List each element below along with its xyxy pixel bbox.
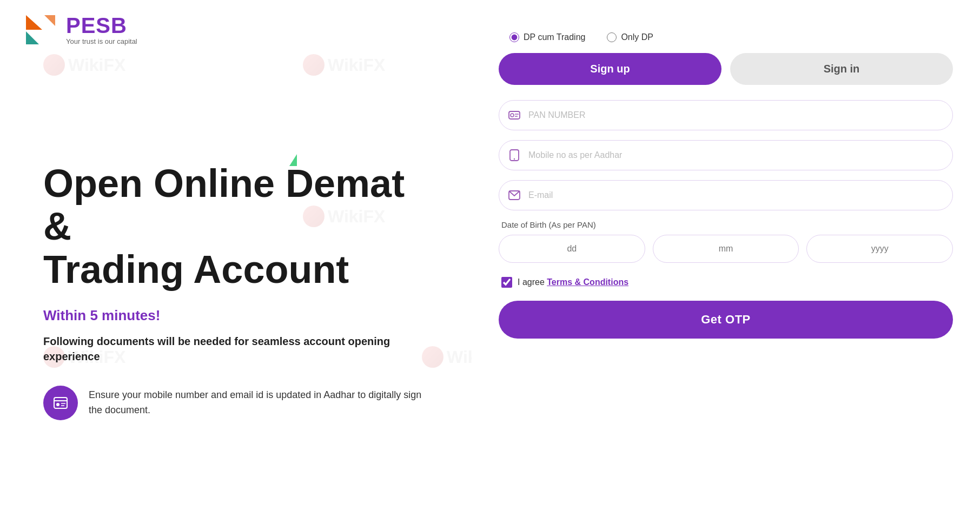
hero-title: Open Online Demat & Trading Account xyxy=(43,162,427,291)
radio-only-dp-label: Only DP xyxy=(621,32,653,42)
right-panel: DP cum Trading Only DP Sign up Sign in xyxy=(472,0,980,523)
dob-yyyy-input[interactable] xyxy=(806,235,953,263)
left-panel: Open Online Demat & Trading Account With… xyxy=(0,59,471,523)
radio-group: DP cum Trading Only DP xyxy=(499,32,653,42)
aadhar-icon xyxy=(43,386,78,420)
get-otp-button[interactable]: Get OTP xyxy=(499,301,953,339)
signup-tab[interactable]: Sign up xyxy=(499,53,721,85)
mobile-input[interactable] xyxy=(499,140,953,170)
agree-text: I agree Terms & Conditions xyxy=(518,277,628,287)
logo-container: PESB Your trust is our capital xyxy=(22,11,137,49)
svg-marker-0 xyxy=(26,15,42,30)
svg-rect-3 xyxy=(54,398,67,408)
mobile-field-group xyxy=(499,140,953,170)
docs-text: Following documents will be needed for s… xyxy=(43,334,427,364)
header: PESB Your trust is our capital xyxy=(0,0,487,59)
logo-text-group: PESB Your trust is our capital xyxy=(66,15,137,45)
dob-dd-input[interactable] xyxy=(499,235,645,263)
radio-dp-trading[interactable]: DP cum Trading xyxy=(509,32,585,42)
aadhar-note-text: Ensure your mobile number and email id i… xyxy=(89,386,427,418)
tagline-highlight: Within 5 minutes! xyxy=(43,307,427,324)
tab-buttons: Sign up Sign in xyxy=(499,53,953,85)
email-field-group xyxy=(499,180,953,210)
email-icon xyxy=(508,189,520,201)
logo-tagline: Your trust is our capital xyxy=(66,37,137,45)
radio-dp-trading-label: DP cum Trading xyxy=(524,32,585,42)
pan-icon xyxy=(508,109,520,121)
pan-input[interactable] xyxy=(499,100,953,130)
logo-icon xyxy=(22,11,59,49)
radio-only-dp-input[interactable] xyxy=(607,32,617,42)
agree-row: I agree Terms & Conditions xyxy=(499,277,628,288)
aadhar-note: Ensure your mobile number and email id i… xyxy=(43,386,427,420)
svg-marker-1 xyxy=(26,31,39,44)
svg-marker-2 xyxy=(44,15,55,26)
dob-label: Date of Birth (As per PAN) xyxy=(499,220,953,229)
agree-checkbox[interactable] xyxy=(501,277,512,288)
terms-conditions-link[interactable]: Terms & Conditions xyxy=(547,277,628,287)
signin-tab[interactable]: Sign in xyxy=(730,53,953,85)
svg-point-13 xyxy=(514,158,515,160)
logo-name: PESB xyxy=(66,15,137,36)
pan-field-group xyxy=(499,100,953,130)
svg-point-9 xyxy=(511,114,514,117)
mobile-icon xyxy=(508,149,520,161)
dob-section: Date of Birth (As per PAN) xyxy=(499,220,953,274)
radio-only-dp[interactable]: Only DP xyxy=(607,32,653,42)
radio-dp-trading-input[interactable] xyxy=(509,32,519,42)
svg-point-5 xyxy=(56,403,59,406)
dob-mm-input[interactable] xyxy=(653,235,799,263)
email-input[interactable] xyxy=(499,180,953,210)
dob-fields xyxy=(499,235,953,263)
